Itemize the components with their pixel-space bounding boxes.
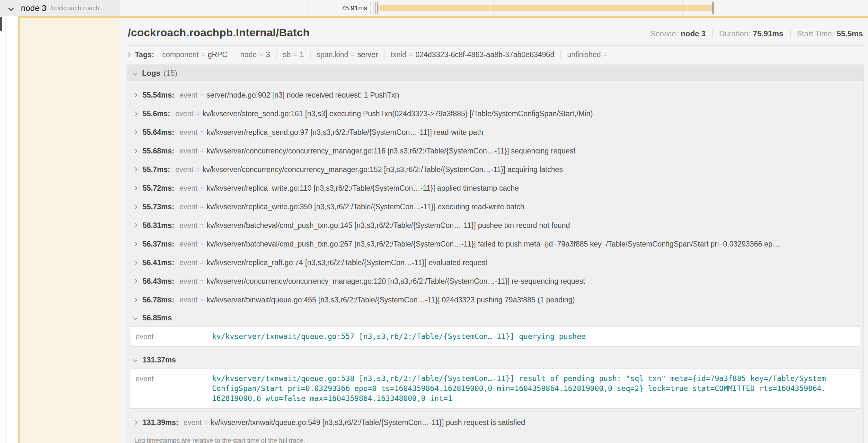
log-field-value: kv/kvserver/batcheval/cmd_push_txn.go:26… xyxy=(207,240,780,248)
tag-key: span.kind xyxy=(317,50,348,59)
chevron-right-icon xyxy=(133,260,137,265)
log-timestamp: 56.31ms: xyxy=(143,221,174,230)
log-entry-row[interactable]: 56.41ms: event = kv/kvserver/replica_raf… xyxy=(127,253,864,272)
equals-sign: = xyxy=(200,259,204,267)
log-timestamp: 131.37ms xyxy=(143,356,176,364)
tag-value: 024d3323-6c8f-4863-aa8b-37ab0e63496d xyxy=(415,50,554,59)
log-timestamp: 55.68ms: xyxy=(143,147,174,156)
tag-key: txnid xyxy=(391,50,406,59)
tag-item: span.kind=server xyxy=(311,50,385,59)
tree-indent-guide xyxy=(5,18,5,443)
tag-item: node=3 xyxy=(234,50,277,59)
log-entry-row[interactable]: 56.43ms: event = kv/kvserver/concurrency… xyxy=(127,272,864,291)
log-entries-list: 55.54ms: event = server/node.go:902 [n3]… xyxy=(127,81,864,432)
start-time-value: 55.5ms xyxy=(837,29,863,38)
equals-sign: = xyxy=(201,51,205,59)
chevron-right-icon xyxy=(133,204,137,209)
tag-item: unfinished= xyxy=(561,50,616,59)
scrollbar-thumb[interactable] xyxy=(0,17,2,31)
equals-sign: = xyxy=(196,166,200,173)
chevron-down-icon xyxy=(133,357,137,362)
log-field-key: event xyxy=(179,221,197,230)
equals-sign: = xyxy=(200,240,204,248)
chevron-right-icon xyxy=(133,279,137,283)
start-time-label: Start Time: xyxy=(797,29,834,38)
log-entry-row[interactable]: 55.73ms: event = kv/kvserver/replica_wri… xyxy=(127,197,864,216)
log-field-value: kv/kvserver/replica_write.go:359 [n3,s3,… xyxy=(207,203,524,211)
divider xyxy=(790,29,790,38)
page-title: /cockroach.roachpb.Internal/Batch xyxy=(128,26,310,39)
log-timestamp: 55.54ms: xyxy=(143,91,174,100)
tag-item: sb=1 xyxy=(277,50,310,59)
span-end-marker xyxy=(713,2,713,14)
equals-sign: = xyxy=(204,419,208,426)
log-entry-row[interactable]: 55.68ms: event = kv/kvserver/concurrency… xyxy=(127,142,864,160)
log-field-value: kv/kvserver/replica_raft.go:74 [n3,s3,r6… xyxy=(207,259,487,267)
duration-label: Duration: xyxy=(719,29,750,38)
divider xyxy=(712,29,713,38)
log-entry-row[interactable]: 55.54ms: event = server/node.go:902 [n3]… xyxy=(127,86,864,104)
log-field-key: event xyxy=(179,147,197,156)
selected-span-highlight-column xyxy=(18,18,120,443)
chevron-right-icon xyxy=(133,130,137,135)
log-field-key: event xyxy=(179,277,197,286)
log-entry-row[interactable]: 56.31ms: event = kv/kvserver/batcheval/c… xyxy=(127,216,864,235)
log-field-key: event xyxy=(176,109,193,118)
log-timestamp: 56.43ms: xyxy=(143,277,174,286)
service-label: Service: xyxy=(650,29,678,38)
log-timestamp: 55.7ms: xyxy=(143,165,170,174)
log-field-value: kv/kvserver/txnwait/queue.go:455 [n3,s3,… xyxy=(207,296,575,304)
log-entry-row[interactable]: 55.64ms: event = kv/kvserver/replica_sen… xyxy=(127,123,864,142)
tag-value: gRPC xyxy=(208,50,227,59)
log-field-value: kv/kvserver/txnwait/queue.go:549 [n3,s3,… xyxy=(211,418,525,427)
chevron-down-icon xyxy=(133,315,137,320)
equals-sign: = xyxy=(293,51,297,59)
tags-accordion[interactable]: Tags: component=gRPC node=3 sb=1 span.ki… xyxy=(127,46,864,63)
log-entry-row[interactable]: 56.78ms: event = kv/kvserver/txnwait/que… xyxy=(127,291,864,309)
equals-sign: = xyxy=(200,128,204,136)
log-field-key: event xyxy=(176,165,193,174)
log-entry-row[interactable]: 55.7ms: event = kv/kvserver/concurrency/… xyxy=(127,160,864,179)
chevron-right-icon xyxy=(133,420,137,425)
tag-key: node xyxy=(240,50,257,59)
tag-value: 1 xyxy=(300,50,304,59)
log-field-value: kv/kvserver/txnwait/queue.go:557 [n3,s3,… xyxy=(212,332,586,342)
span-service-name: node 3 xyxy=(21,3,46,13)
logs-count: (15) xyxy=(163,69,177,78)
log-entry-row-expanded-header[interactable]: 56.85ms xyxy=(127,309,864,327)
chevron-down-icon xyxy=(8,5,14,11)
log-field-key: event xyxy=(179,259,197,267)
log-field-value: kv/kvserver/batcheval/cmd_push_txn.go:14… xyxy=(207,221,570,230)
duration-value: 75.91ms xyxy=(753,29,783,38)
tag-item: component=gRPC xyxy=(156,50,234,59)
log-entry-row[interactable]: 56.37ms: event = kv/kvserver/batcheval/c… xyxy=(127,235,864,253)
log-field-key: event xyxy=(135,332,212,341)
log-entry-row-expanded-header[interactable]: 131.37ms xyxy=(127,351,864,369)
log-field-value: kv/kvserver/concurrency/concurrency_mana… xyxy=(203,165,563,174)
span-detail-header: /cockroach.roachpb.Internal/Batch Servic… xyxy=(127,18,864,46)
tag-key: component xyxy=(162,50,199,59)
chevron-right-icon xyxy=(133,93,137,97)
span-duration-bar[interactable] xyxy=(378,5,713,11)
log-field-value: server/node.go:902 [n3] node received re… xyxy=(207,91,399,100)
tags-label: Tags: xyxy=(135,50,154,59)
equals-sign: = xyxy=(200,203,204,211)
log-timestamp: 56.85ms xyxy=(143,314,172,322)
log-entry-row[interactable]: 55.72ms: event = kv/kvserver/replica_wri… xyxy=(127,179,864,197)
log-timestamp: 55.64ms: xyxy=(143,128,174,137)
chevron-right-icon xyxy=(133,149,137,153)
equals-sign: = xyxy=(196,110,200,117)
log-entry-row[interactable]: 131.39ms: event = kv/kvserver/txnwait/qu… xyxy=(127,413,864,432)
log-field-key: event xyxy=(179,203,197,211)
equals-sign: = xyxy=(351,51,355,59)
log-timestamp: 55.73ms: xyxy=(143,203,174,211)
chevron-right-icon xyxy=(133,186,137,190)
logs-accordion-header[interactable]: Logs (15) xyxy=(127,65,864,81)
span-row-label[interactable]: node 3 /cockroach.roach... xyxy=(0,0,120,16)
log-field-key: event xyxy=(179,184,197,193)
log-timestamp: 131.39ms: xyxy=(143,418,178,427)
logs-label: Logs xyxy=(142,69,160,78)
tag-item: txnid=024d3323-6c8f-4863-aa8b-37ab0e6349… xyxy=(384,50,561,59)
log-entry-row[interactable]: 55.6ms: event = kv/kvserver/store_send.g… xyxy=(127,104,864,123)
logs-section: Logs (15) 55.54ms: event = server/node.g… xyxy=(127,65,864,443)
